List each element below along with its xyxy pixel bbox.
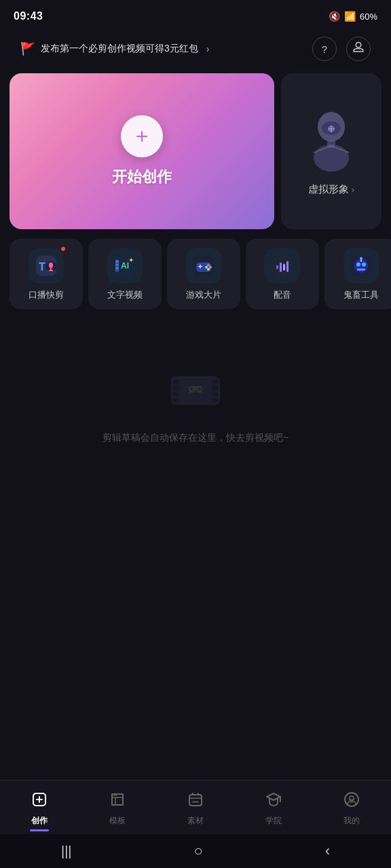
- wenzi-icon-wrap: AI ✦: [107, 248, 143, 283]
- status-bar: 09:43 🔇 📶 60%: [0, 0, 391, 30]
- nav-wode[interactable]: 我的: [313, 781, 391, 834]
- empty-area: 剪辑草稿会自动保存在这里，快去剪视频吧~: [10, 330, 381, 471]
- promo-text: 发布第一个必剪创作视频可得3元红包: [41, 43, 198, 55]
- koubo-label: 口播快剪: [29, 289, 64, 301]
- svg-rect-39: [357, 269, 365, 271]
- svg-point-37: [356, 262, 360, 267]
- svg-point-28: [205, 266, 208, 269]
- tool-peiyin[interactable]: 配音: [246, 239, 319, 309]
- svg-rect-60: [192, 801, 199, 803]
- svg-point-62: [345, 793, 358, 806]
- svg-rect-31: [276, 265, 278, 269]
- nav-sucai-label: 素材: [187, 815, 204, 827]
- nav-muban-icon: [109, 791, 126, 812]
- koubo-icon-wrap: T: [29, 248, 64, 283]
- create-card[interactable]: + 开始创作: [10, 73, 274, 229]
- guishu-icon-wrap: [343, 248, 379, 283]
- svg-text:T: T: [39, 261, 45, 273]
- home-button[interactable]: ○: [180, 837, 216, 865]
- svg-rect-18: [115, 264, 119, 266]
- nav-wode-icon: [343, 791, 360, 812]
- tool-wenzi[interactable]: AI ✦ 文字视频: [88, 239, 162, 309]
- main-content: + 开始创作: [0, 68, 391, 471]
- guishu-label: 鬼畜工具: [343, 289, 379, 301]
- status-icons: 🔇 📶 60%: [329, 11, 377, 22]
- svg-rect-30: [272, 256, 293, 276]
- nav-xueyuan[interactable]: 学院: [235, 781, 313, 834]
- peiyin-label: 配音: [274, 289, 291, 301]
- peiyin-icon-wrap: [265, 248, 300, 283]
- svg-rect-50: [212, 386, 218, 390]
- create-label: 开始创作: [112, 167, 172, 187]
- svg-rect-34: [286, 261, 288, 272]
- svg-rect-25: [200, 264, 201, 269]
- promo-actions: ?: [312, 37, 371, 61]
- svg-point-64: [349, 799, 350, 800]
- plus-icon: +: [136, 125, 149, 147]
- avatar-label-text: 虚拟形象: [308, 183, 349, 196]
- nav-chuangzuo-icon: [31, 791, 48, 812]
- svg-point-65: [353, 799, 354, 800]
- mute-icon: 🔇: [329, 11, 340, 22]
- svg-rect-32: [280, 262, 282, 272]
- svg-rect-46: [173, 392, 179, 396]
- nav-muban-label: 模板: [109, 815, 126, 827]
- tool-koubo[interactable]: T 口播快剪: [10, 239, 83, 309]
- svg-rect-19: [115, 267, 119, 269]
- svg-rect-12: [49, 262, 53, 268]
- avatar-card[interactable]: 虚拟形象 ›: [281, 73, 381, 229]
- svg-rect-33: [283, 264, 285, 271]
- nav-chuangzuo[interactable]: 创作: [0, 781, 78, 834]
- svg-rect-59: [189, 795, 202, 806]
- signal-icon: 📶: [344, 11, 356, 22]
- svg-rect-52: [212, 398, 218, 402]
- avatar-arrow-icon: ›: [352, 184, 354, 195]
- battery-label: 60%: [360, 12, 377, 22]
- tool-guishu[interactable]: 鬼畜工具: [324, 239, 391, 309]
- help-icon: ?: [322, 43, 327, 55]
- svg-rect-47: [173, 398, 179, 402]
- svg-point-2: [314, 144, 349, 172]
- svg-point-27: [209, 266, 212, 269]
- create-plus-button[interactable]: +: [121, 115, 163, 157]
- nav-muban[interactable]: 模板: [78, 781, 156, 834]
- nav-sucai-icon: [187, 791, 204, 812]
- svg-rect-44: [173, 380, 179, 384]
- koubo-badge: [60, 245, 67, 252]
- svg-text:✦: ✦: [128, 256, 134, 264]
- nav-xueyuan-label: 学院: [265, 815, 282, 827]
- svg-rect-17: [115, 260, 119, 262]
- nav-active-line: [30, 829, 49, 831]
- empty-film-icon: [168, 370, 223, 420]
- hero-row: + 开始创作: [10, 73, 381, 229]
- tools-row: T 口播快剪 AI: [0, 239, 391, 309]
- settings-icon: [352, 41, 365, 56]
- nav-chuangzuo-label: 创作: [31, 815, 48, 827]
- promo-bar[interactable]: 🚩 发布第一个必剪创作视频可得3元红包 › ?: [8, 30, 383, 68]
- svg-rect-23: [196, 262, 211, 272]
- nav-sucai[interactable]: 素材: [156, 781, 234, 834]
- youxi-icon-wrap: [186, 248, 221, 283]
- status-time: 09:43: [14, 10, 43, 22]
- bottom-nav: 创作 模板 素材: [0, 780, 391, 834]
- recents-button[interactable]: |||: [48, 838, 86, 865]
- system-nav-bar: ||| ○ ‹: [0, 834, 391, 868]
- svg-rect-45: [173, 386, 179, 390]
- avatar-label: 虚拟形象 ›: [308, 183, 354, 196]
- promo-flag-icon: 🚩: [20, 41, 35, 56]
- back-button[interactable]: ‹: [312, 837, 343, 865]
- youxi-label: 游戏大片: [186, 289, 221, 301]
- avatar-figure: [304, 107, 358, 175]
- settings-button[interactable]: [346, 37, 371, 61]
- tool-youxi[interactable]: 游戏大片: [167, 239, 240, 309]
- svg-point-29: [207, 268, 210, 271]
- svg-rect-53: [180, 377, 211, 404]
- svg-rect-49: [212, 380, 218, 384]
- svg-point-41: [360, 257, 362, 260]
- promo-chevron-icon: ›: [206, 43, 210, 54]
- nav-xueyuan-icon: [265, 791, 282, 812]
- nav-wode-label: 我的: [343, 815, 360, 827]
- svg-rect-51: [212, 392, 218, 396]
- wenzi-label: 文字视频: [107, 289, 143, 301]
- help-button[interactable]: ?: [312, 37, 337, 61]
